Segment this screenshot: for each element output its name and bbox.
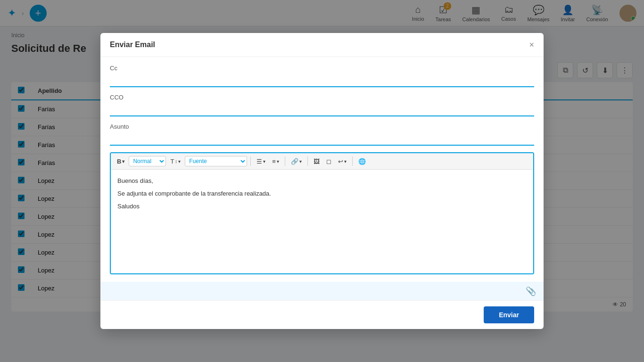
separator-4 bbox=[352, 156, 353, 166]
bold-icon: B bbox=[117, 158, 121, 165]
eraser-icon: ◻ bbox=[326, 158, 331, 165]
cc-input[interactable] bbox=[110, 74, 534, 87]
modal-title: Enviar Email bbox=[110, 41, 155, 49]
separator-2 bbox=[285, 156, 285, 166]
font-size-select[interactable]: Normal Pequeño Grande Enorme bbox=[129, 156, 166, 166]
modal-header: Enviar Email × bbox=[100, 33, 544, 57]
eraser-button[interactable]: ◻ bbox=[324, 156, 334, 166]
image-icon: 🖼 bbox=[314, 158, 320, 165]
list-button[interactable]: ☰ ▾ bbox=[254, 156, 268, 166]
email-editor: B ▾ Normal Pequeño Grande Enorme T ↕ bbox=[110, 152, 534, 274]
list-icon: ☰ bbox=[256, 158, 262, 165]
editor-line-3: Saludos bbox=[117, 202, 527, 212]
asunto-field-group: Asunto bbox=[110, 123, 534, 146]
image-button[interactable]: 🖼 bbox=[311, 156, 322, 166]
separator-1 bbox=[250, 156, 251, 166]
globe-icon: 🌐 bbox=[358, 158, 366, 165]
align-icon: ≡ bbox=[272, 158, 276, 165]
editor-line-2: Se adjunta el comprobante de la transfer… bbox=[117, 189, 527, 199]
modal-overlay: Enviar Email × Cc CCO Asunto bbox=[0, 0, 644, 362]
text-format-icon: T bbox=[170, 158, 174, 165]
attachment-bar: 📎 bbox=[100, 282, 544, 300]
editor-line-1: Buenos días, bbox=[117, 176, 527, 186]
cco-field-group: CCO bbox=[110, 94, 534, 116]
bold-chevron-icon: ▾ bbox=[122, 159, 124, 164]
bold-button[interactable]: B ▾ bbox=[115, 156, 127, 166]
cco-label: CCO bbox=[110, 94, 534, 101]
align-button[interactable]: ≡ ▾ bbox=[270, 156, 281, 166]
cco-input[interactable] bbox=[110, 103, 534, 116]
text-format-arrow-icon: ↕ bbox=[175, 159, 177, 164]
close-button[interactable]: × bbox=[529, 41, 534, 49]
send-email-modal: Enviar Email × Cc CCO Asunto bbox=[100, 33, 544, 329]
text-format-button[interactable]: T ↕ ▾ bbox=[168, 156, 183, 166]
link-icon: 🔗 bbox=[291, 158, 298, 165]
modal-body: Cc CCO Asunto B ▾ bbox=[100, 57, 544, 282]
attachment-icon[interactable]: 📎 bbox=[526, 286, 536, 296]
link-button[interactable]: 🔗 ▾ bbox=[289, 156, 304, 166]
separator-3 bbox=[307, 156, 308, 166]
globe-button[interactable]: 🌐 bbox=[356, 156, 368, 166]
cc-label: Cc bbox=[110, 65, 534, 72]
cc-field-group: Cc bbox=[110, 65, 534, 87]
editor-toolbar: B ▾ Normal Pequeño Grande Enorme T ↕ bbox=[111, 153, 533, 170]
asunto-input[interactable] bbox=[110, 132, 534, 146]
undo-icon: ↩ bbox=[338, 158, 343, 165]
asunto-label: Asunto bbox=[110, 123, 534, 130]
modal-footer: Enviar bbox=[100, 300, 544, 329]
undo-button[interactable]: ↩ ▾ bbox=[336, 156, 349, 166]
send-button[interactable]: Enviar bbox=[484, 306, 534, 323]
editor-content[interactable]: Buenos días, Se adjunta el comprobante d… bbox=[111, 170, 533, 273]
font-family-select[interactable]: Fuente Arial Verdana Times New Roman bbox=[185, 156, 247, 166]
